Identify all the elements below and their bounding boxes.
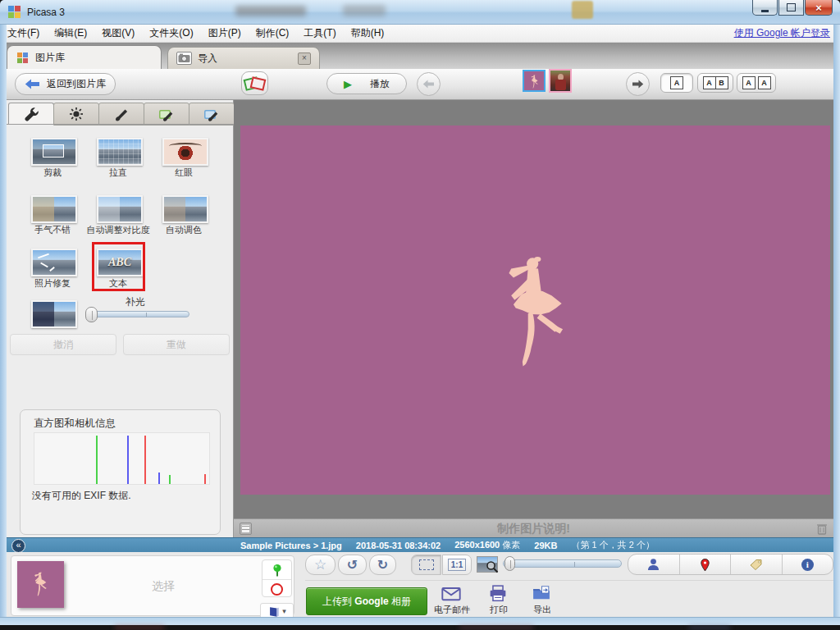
film-thumbnail-next[interactable] <box>549 69 572 93</box>
view-side-by-side-button[interactable]: AB <box>697 73 733 93</box>
people-button[interactable] <box>628 555 680 574</box>
tab-library[interactable]: 图片库 <box>7 45 162 69</box>
status-bar: « Sample Pictures > 1.jpg 2018-05-31 08:… <box>7 537 833 552</box>
tab-import-close-icon[interactable]: × <box>298 52 311 65</box>
menu-file[interactable]: 文件(F) <box>0 26 47 40</box>
google-signin-link[interactable]: 使用 Google 帐户登录 <box>734 26 830 40</box>
clear-button[interactable] <box>262 580 291 598</box>
edit-panel: 剪裁 拉直 红眼 手气不错 自动调整对比度 自动调色 ABC 照片修复 文本 <box>7 100 234 537</box>
histogram-spike <box>96 436 98 484</box>
titlebar: Picasa 3 × <box>0 0 840 25</box>
hold-clear-group <box>262 559 292 597</box>
dark-overlay <box>33 302 54 326</box>
properties-button[interactable]: i <box>783 555 833 574</box>
collage-photo-red-icon <box>250 76 267 90</box>
info-button-group: i <box>628 554 833 575</box>
tab-effects-3[interactable] <box>189 103 235 126</box>
collapse-tray-button[interactable]: « <box>11 539 25 553</box>
export-folder-icon <box>532 585 550 600</box>
glass-artifact <box>343 5 386 16</box>
menu-edit[interactable]: 编辑(E) <box>47 26 94 40</box>
close-icon: × <box>815 2 822 14</box>
one-to-one-label: 1:1 <box>448 559 466 571</box>
fill-light-slider-thumb[interactable] <box>85 307 98 322</box>
tab-basic-fixes[interactable] <box>8 103 54 125</box>
menubar: 文件(F) 编辑(E) 视图(V) 文件夹(O) 图片(P) 制作(C) 工具(… <box>0 25 840 43</box>
redo-button[interactable]: 重做 <box>123 334 230 355</box>
printer-icon <box>489 585 507 602</box>
tool-redeye-button[interactable] <box>162 138 208 166</box>
close-button[interactable]: × <box>805 0 833 16</box>
tool-straighten-button[interactable] <box>97 138 143 166</box>
menu-folder[interactable]: 文件夹(O) <box>142 26 200 40</box>
menu-help[interactable]: 帮助(H) <box>344 26 392 40</box>
previous-arrow-icon <box>422 80 435 89</box>
tab-effects-2[interactable] <box>144 103 189 126</box>
tab-tuning[interactable] <box>53 103 99 126</box>
hold-button[interactable] <box>262 560 291 580</box>
play-label: 播放 <box>370 77 390 91</box>
rotate-right-button[interactable]: ↻ <box>369 555 396 575</box>
zoom-actual-button[interactable]: 1:1 <box>442 555 472 575</box>
menu-view[interactable]: 视图(V) <box>94 26 142 40</box>
tool-crop-button[interactable] <box>31 138 77 166</box>
histogram-canvas <box>34 432 210 485</box>
fill-light-slider[interactable] <box>88 311 189 317</box>
photo-canvas[interactable] <box>240 126 830 495</box>
previous-photo-button[interactable] <box>417 72 441 96</box>
next-photo-button[interactable] <box>626 72 650 96</box>
zoom-slider-thumb[interactable] <box>504 556 515 571</box>
play-icon: ▶ <box>344 78 352 90</box>
tags-button[interactable] <box>731 555 783 574</box>
bottom-tray: 选择 ▾ <box>7 552 833 618</box>
film-thumbnail-current[interactable] <box>523 70 546 92</box>
desktop-smudge <box>689 626 730 629</box>
zoom-slider[interactable] <box>503 559 622 568</box>
histogram-spike <box>144 436 146 484</box>
view-compare-button[interactable]: AA <box>737 73 776 93</box>
eyebrow <box>169 143 202 149</box>
zoom-preview-icon[interactable] <box>477 556 498 573</box>
tool-lucky-button[interactable] <box>31 195 77 223</box>
zoom-fit-button[interactable] <box>411 555 441 575</box>
minimize-button[interactable] <box>752 0 778 16</box>
album-dropdown-icon: ▾ <box>282 607 286 615</box>
export-button[interactable] <box>532 585 552 601</box>
undo-button[interactable]: 撤消 <box>10 334 116 355</box>
print-button[interactable] <box>489 585 509 602</box>
histogram-title: 直方图和相机信息 <box>34 417 116 431</box>
slider-tick <box>146 313 147 317</box>
places-button[interactable] <box>680 555 732 574</box>
star-button[interactable]: ☆ <box>305 555 336 575</box>
email-button[interactable] <box>441 586 463 602</box>
view-ab-b: B <box>715 76 728 89</box>
menu-create[interactable]: 制作(C) <box>249 26 297 40</box>
view-aa-left: A <box>742 76 756 89</box>
tray-thumbnail[interactable] <box>17 561 64 608</box>
play-button[interactable]: ▶ 播放 <box>326 73 407 94</box>
tool-autocolor-button[interactable] <box>162 195 208 223</box>
tool-crop-label: 剪裁 <box>31 167 74 179</box>
histogram-panel: 直方图和相机信息 没有可用的 EXIF 数据. <box>20 409 221 535</box>
tool-straighten-label: 拉直 <box>97 167 139 179</box>
trash-icon[interactable] <box>816 523 828 535</box>
rotate-left-button[interactable]: ↺ <box>338 555 367 575</box>
restore-button[interactable] <box>778 0 804 16</box>
tool-autocontrast-button[interactable] <box>97 195 143 223</box>
map-pin-icon <box>699 558 711 572</box>
view-single-button[interactable]: A <box>660 73 693 93</box>
caption-bar[interactable]: 制作图片说明! <box>234 518 833 537</box>
brush-icon <box>114 107 129 121</box>
sepia-overlay <box>33 197 54 221</box>
tab-import[interactable]: 导入 × <box>167 47 320 69</box>
collage-button[interactable] <box>241 71 268 95</box>
tool-retouch-button[interactable] <box>31 249 77 276</box>
upload-google-button[interactable]: 上传到 Google 相册 <box>306 587 427 615</box>
back-to-library-button[interactable]: 返回到图片库 <box>15 73 116 95</box>
tab-effects-1[interactable] <box>98 103 144 126</box>
histogram-spike <box>204 474 206 484</box>
menu-tools[interactable]: 工具(T) <box>296 26 343 40</box>
person-icon <box>646 558 660 571</box>
print-label: 打印 <box>481 604 517 616</box>
menu-picture[interactable]: 图片(P) <box>201 26 249 40</box>
